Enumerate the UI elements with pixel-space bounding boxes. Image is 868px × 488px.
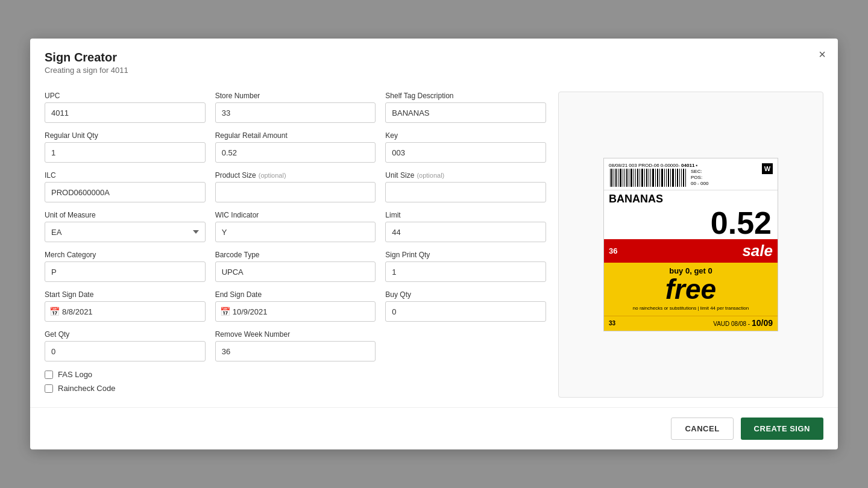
remove-week-label: Remove Week Number bbox=[215, 330, 376, 339]
unit-of-measure-select[interactable]: EA LB OZ bbox=[45, 222, 206, 242]
create-sign-button[interactable]: CREATE SIGN bbox=[741, 418, 823, 440]
barcode-type-input[interactable] bbox=[215, 261, 376, 282]
shelf-tag-input[interactable] bbox=[385, 102, 546, 123]
raincheck-checkbox[interactable] bbox=[45, 384, 53, 393]
shelf-tag-label: Shelf Tag Description bbox=[385, 92, 546, 100]
form-row-2: Regular Unit Qty Regular Retail Amount K… bbox=[45, 131, 546, 163]
svg-rect-12 bbox=[634, 169, 634, 187]
w-badge: W bbox=[762, 163, 773, 174]
svg-rect-36 bbox=[685, 169, 686, 187]
upc-label: UPC bbox=[45, 92, 206, 100]
sign-yellow-band: buy 0, get 0 free no rainchecks or subst… bbox=[604, 263, 778, 316]
limit-input[interactable] bbox=[385, 222, 546, 242]
merch-category-group: Merch Category bbox=[45, 251, 206, 282]
sign-print-qty-group: Sign Print Qty bbox=[385, 251, 546, 282]
limit-group: Limit bbox=[385, 211, 546, 242]
barcode-type-label: Barcode Type bbox=[215, 251, 376, 259]
store-number-group: Store Number bbox=[215, 92, 376, 123]
remove-week-group: Remove Week Number bbox=[215, 330, 376, 361]
modal-footer: CANCEL CREATE SIGN bbox=[30, 407, 838, 449]
regular-retail-label: Regular Retail Amount bbox=[215, 131, 376, 140]
regular-unit-qty-input[interactable] bbox=[45, 142, 206, 163]
store-number-label: Store Number bbox=[215, 92, 376, 100]
raincheck-label[interactable]: Raincheck Code bbox=[58, 384, 115, 393]
product-size-label: Product Size(optional) bbox=[215, 171, 376, 180]
sign-top-meta: 08/08/21 003 PROD-06 0-00000- 04011 ▪ bbox=[609, 162, 773, 187]
start-sign-date-label: Start Sign Date bbox=[45, 290, 206, 299]
unit-size-input[interactable] bbox=[385, 182, 546, 202]
svg-rect-24 bbox=[659, 169, 660, 187]
buy-qty-input[interactable] bbox=[385, 301, 546, 322]
wic-indicator-group: WIC Indicator bbox=[215, 211, 376, 242]
end-sign-date-input[interactable] bbox=[215, 301, 376, 322]
start-sign-date-input[interactable] bbox=[45, 301, 206, 322]
merch-category-label: Merch Category bbox=[45, 251, 206, 259]
key-label: Key bbox=[385, 131, 546, 140]
svg-rect-27 bbox=[666, 169, 667, 187]
shelf-tag-group: Shelf Tag Description bbox=[385, 92, 546, 123]
svg-rect-9 bbox=[626, 169, 627, 187]
fas-logo-checkbox[interactable] bbox=[45, 371, 53, 379]
modal-subtitle: Creating a sign for 4011 bbox=[45, 66, 823, 75]
svg-rect-18 bbox=[646, 169, 647, 187]
fas-logo-label[interactable]: FAS Logo bbox=[58, 370, 92, 379]
form-row-5: Merch Category Barcode Type Sign Print Q… bbox=[45, 251, 546, 282]
regular-unit-qty-label: Regular Unit Qty bbox=[45, 131, 206, 140]
raincheck-row: Raincheck Code bbox=[45, 384, 546, 393]
ilc-input[interactable] bbox=[45, 182, 206, 202]
svg-rect-10 bbox=[629, 169, 629, 187]
svg-rect-8 bbox=[624, 169, 625, 187]
svg-rect-11 bbox=[631, 169, 632, 187]
remove-week-input[interactable] bbox=[215, 341, 376, 361]
close-button[interactable]: × bbox=[819, 48, 826, 60]
limit-label: Limit bbox=[385, 211, 546, 219]
svg-rect-34 bbox=[681, 169, 682, 187]
regular-retail-input[interactable] bbox=[215, 142, 376, 163]
preview-panel: 08/08/21 003 PROD-06 0-00000- 04011 ▪ bbox=[558, 92, 823, 398]
svg-rect-7 bbox=[623, 169, 623, 187]
wic-indicator-label: WIC Indicator bbox=[215, 211, 376, 219]
svg-rect-6 bbox=[620, 169, 621, 187]
svg-rect-35 bbox=[683, 169, 684, 187]
svg-rect-26 bbox=[664, 169, 665, 187]
sign-footer: 33 VAUD 08/08 - 10/09 bbox=[604, 316, 778, 331]
wic-indicator-input[interactable] bbox=[215, 222, 376, 242]
svg-rect-32 bbox=[677, 169, 678, 187]
svg-rect-19 bbox=[649, 169, 649, 187]
svg-rect-28 bbox=[668, 169, 669, 187]
sign-top: 08/08/21 003 PROD-06 0-00000- 04011 ▪ bbox=[604, 158, 778, 190]
end-sign-date-label: End Sign Date bbox=[215, 290, 376, 299]
upc-group: UPC bbox=[45, 92, 206, 123]
svg-rect-22 bbox=[655, 169, 656, 187]
form-row-6: Start Sign Date 📅 End Sign Date 📅 bbox=[45, 290, 546, 322]
form-row-1: UPC Store Number Shelf Tag Description bbox=[45, 92, 546, 123]
sign-footnote: no rainchecks or substitutions | limit 4… bbox=[609, 305, 773, 311]
sec-pos: SEC: POS: 00 - 000 bbox=[691, 169, 708, 187]
product-size-input[interactable] bbox=[215, 182, 376, 202]
ilc-group: ILC bbox=[45, 171, 206, 202]
get-qty-input[interactable] bbox=[45, 341, 206, 361]
key-input[interactable] bbox=[385, 142, 546, 163]
svg-rect-29 bbox=[670, 169, 671, 187]
get-qty-label: Get Qty bbox=[45, 330, 206, 339]
store-number-input[interactable] bbox=[215, 102, 376, 123]
key-group: Key bbox=[385, 131, 546, 163]
sale-text: sale bbox=[742, 242, 773, 260]
svg-rect-30 bbox=[672, 169, 674, 187]
svg-rect-21 bbox=[652, 169, 654, 187]
svg-rect-23 bbox=[657, 169, 658, 187]
fas-logo-row: FAS Logo bbox=[45, 370, 546, 379]
sign-print-qty-label: Sign Print Qty bbox=[385, 251, 546, 259]
upc-input[interactable] bbox=[45, 102, 206, 123]
barcode-area: SEC: POS: 00 - 000 bbox=[609, 169, 708, 187]
sign-free: free bbox=[609, 275, 773, 303]
form-row-3: ILC Product Size(optional) Unit Size(opt… bbox=[45, 171, 546, 202]
start-date-wrap: 📅 bbox=[45, 301, 206, 322]
svg-rect-25 bbox=[661, 169, 663, 187]
cancel-button[interactable]: CANCEL bbox=[671, 418, 733, 440]
merch-category-input[interactable] bbox=[45, 261, 206, 282]
sign-print-qty-input[interactable] bbox=[385, 261, 546, 282]
svg-rect-14 bbox=[637, 169, 638, 187]
sign-preview: 08/08/21 003 PROD-06 0-00000- 04011 ▪ bbox=[603, 158, 778, 332]
barcode-type-group: Barcode Type bbox=[215, 251, 376, 282]
